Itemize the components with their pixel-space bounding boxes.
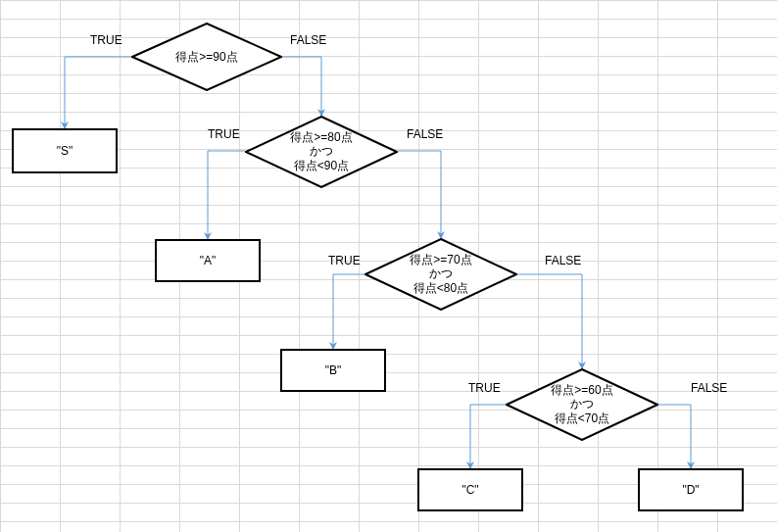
result-s-box: "S"	[12, 128, 118, 173]
result-c-label: "C"	[461, 483, 478, 497]
result-d-box: "D"	[638, 468, 744, 511]
decision-2-false-label: FALSE	[407, 127, 443, 141]
result-a-label: "A"	[200, 254, 217, 267]
decision-4: 得点>=60点 かつ 得点<70点	[506, 368, 658, 441]
result-d-label: "D"	[682, 483, 699, 497]
svg-marker-0	[132, 24, 281, 90]
decision-3-true-label: TRUE	[328, 254, 361, 267]
flowchart-canvas: 得点>=90点 TRUE FALSE "S" 得点>=80点 かつ 得点<90点…	[0, 0, 777, 532]
decision-4-false-label: FALSE	[691, 381, 727, 395]
result-a-box: "A"	[155, 239, 261, 282]
result-b-box: "B"	[280, 349, 386, 392]
svg-marker-2	[365, 239, 516, 310]
result-b-label: "B"	[325, 363, 342, 377]
decision-1-false-label: FALSE	[290, 33, 326, 47]
decision-1-true-label: TRUE	[90, 33, 122, 47]
decision-1: 得点>=90点	[131, 23, 282, 91]
result-s-label: "S"	[57, 144, 73, 158]
decision-3: 得点>=70点 かつ 得点<80点	[364, 238, 517, 311]
decision-2-true-label: TRUE	[208, 127, 240, 141]
decision-2: 得点>=80点 かつ 得点<90点	[245, 116, 398, 188]
decision-3-false-label: FALSE	[545, 254, 581, 267]
svg-marker-1	[246, 117, 397, 187]
result-c-box: "C"	[417, 468, 523, 511]
decision-4-true-label: TRUE	[468, 381, 501, 395]
svg-marker-3	[507, 369, 657, 440]
